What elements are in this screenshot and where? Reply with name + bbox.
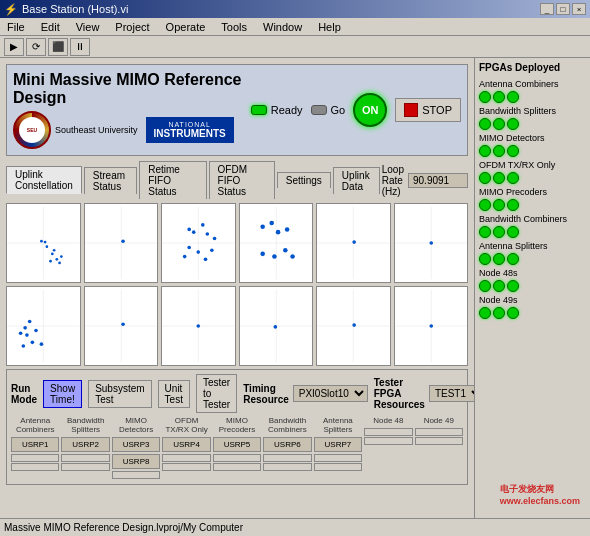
on-button[interactable]: ON: [353, 93, 387, 127]
run-btn-tester[interactable]: Tester to Tester: [196, 374, 237, 413]
device-btn-6[interactable]: USRP7: [314, 437, 362, 452]
fpga-led: [479, 199, 491, 211]
toolbar-pause[interactable]: ⏸: [70, 38, 90, 56]
header-section: Mini Massive MIMO Reference Design SEU S…: [6, 64, 468, 156]
svg-point-21: [196, 250, 200, 254]
constellation-8: [85, 287, 158, 365]
constellation-3: [162, 204, 235, 282]
svg-point-4: [46, 245, 49, 248]
constellation-2: [85, 204, 158, 282]
bottom-controls: Run Mode Show Time! Subsystem Test Unit …: [6, 369, 468, 485]
menu-file[interactable]: File: [4, 20, 28, 34]
svg-point-60: [273, 325, 277, 329]
ready-led: [251, 105, 267, 115]
svg-point-38: [352, 240, 356, 244]
display-2: [84, 203, 159, 283]
display-12: [394, 286, 469, 366]
device-btn-2[interactable]: USRP3: [112, 437, 160, 452]
device-ind-0b: [11, 463, 59, 471]
displays-row-2: [6, 286, 468, 366]
svg-point-2: [40, 240, 43, 243]
device-ind-7b: [364, 437, 412, 445]
menu-window[interactable]: Window: [260, 20, 305, 34]
tab-ofdm-fifo[interactable]: OFDM FIFO Status: [209, 161, 275, 199]
tester-label: Tester FPGA Resources: [374, 377, 425, 410]
maximize-button[interactable]: □: [556, 3, 570, 15]
device-ind-8: [415, 428, 463, 436]
menu-edit[interactable]: Edit: [38, 20, 63, 34]
svg-point-7: [49, 260, 52, 263]
device-col-6: Antenna Splitters USRP7: [314, 417, 362, 480]
fpga-led: [493, 172, 505, 184]
device-btn-3[interactable]: USRP4: [162, 437, 210, 452]
svg-point-54: [121, 322, 125, 326]
display-1: [6, 203, 81, 283]
device-btn-4[interactable]: USRP5: [213, 437, 261, 452]
menu-tools[interactable]: Tools: [218, 20, 250, 34]
menu-help[interactable]: Help: [315, 20, 344, 34]
minimize-button[interactable]: _: [540, 3, 554, 15]
tab-uplink-constellation[interactable]: Uplink Constellation: [6, 166, 82, 194]
fpga-led: [493, 280, 505, 292]
tab-stream-status[interactable]: Stream Status: [84, 167, 137, 194]
constellation-7: [7, 287, 80, 365]
tab-uplink-data[interactable]: Uplink Data: [333, 167, 380, 194]
svg-point-23: [183, 255, 187, 259]
tab-settings[interactable]: Settings: [277, 172, 331, 188]
fpga-led: [507, 253, 519, 265]
svg-point-47: [34, 329, 38, 333]
fpga-title: FPGAs Deployed: [479, 62, 586, 73]
run-btn-showtime[interactable]: Show Time!: [43, 380, 82, 408]
svg-point-63: [352, 323, 356, 327]
go-indicator: Go: [311, 104, 346, 116]
run-btn-unit[interactable]: Unit Test: [158, 380, 190, 408]
menu-operate[interactable]: Operate: [163, 20, 209, 34]
device-grid: Antenna Combiners USRP1 Bandwidth Splitt…: [11, 417, 463, 480]
svg-point-29: [269, 221, 274, 226]
device-ind-3b: [162, 463, 210, 471]
device-btn-2b[interactable]: USRP8: [112, 454, 160, 469]
device-col-1: Bandwidth Splitters USRP2: [61, 417, 109, 480]
display-7: [6, 286, 81, 366]
device-col-3: OFDM TX/RX Only USRP4: [162, 417, 210, 480]
device-btn-5[interactable]: USRP6: [263, 437, 311, 452]
constellation-10: [240, 287, 313, 365]
fpga-led: [493, 226, 505, 238]
svg-point-8: [58, 262, 61, 265]
fpga-led: [479, 307, 491, 319]
seu-emblem: SEU: [13, 111, 51, 149]
tab-retime-fifo[interactable]: Retime FIFO Status: [139, 161, 206, 199]
svg-point-35: [290, 254, 295, 259]
display-5: [316, 203, 391, 283]
menu-bar: File Edit View Project Operate Tools Win…: [0, 18, 590, 36]
display-4: [239, 203, 314, 283]
svg-point-32: [260, 252, 265, 257]
svg-point-20: [187, 246, 191, 250]
toolbar-run-cont[interactable]: ⟳: [26, 38, 46, 56]
toolbar-run[interactable]: ▶: [4, 38, 24, 56]
menu-view[interactable]: View: [73, 20, 103, 34]
run-btn-subsystem[interactable]: Subsystem Test: [88, 380, 151, 408]
test1-select[interactable]: TEST1: [429, 385, 474, 402]
svg-point-34: [283, 248, 288, 253]
close-button[interactable]: ×: [572, 3, 586, 15]
fpga-led: [507, 199, 519, 211]
device-btn-0[interactable]: USRP1: [11, 437, 59, 452]
fpga-leds-0: [479, 91, 586, 103]
stop-button[interactable]: STOP: [395, 98, 461, 122]
svg-point-22: [210, 248, 214, 252]
device-ind-0: [11, 454, 59, 462]
svg-point-46: [22, 344, 26, 348]
toolbar-abort[interactable]: ⬛: [48, 38, 68, 56]
device-ind-1b: [61, 463, 109, 471]
constellation-11: [317, 287, 390, 365]
device-btn-1[interactable]: USRP2: [61, 437, 109, 452]
fpga-led: [493, 91, 505, 103]
fpga-led: [479, 280, 491, 292]
timing-select[interactable]: PXI0Slot10: [293, 385, 368, 402]
device-ind-4b: [213, 463, 261, 471]
menu-project[interactable]: Project: [112, 20, 152, 34]
svg-point-48: [23, 326, 27, 330]
svg-point-31: [284, 227, 289, 232]
run-mode-label: Run Mode: [11, 383, 37, 405]
